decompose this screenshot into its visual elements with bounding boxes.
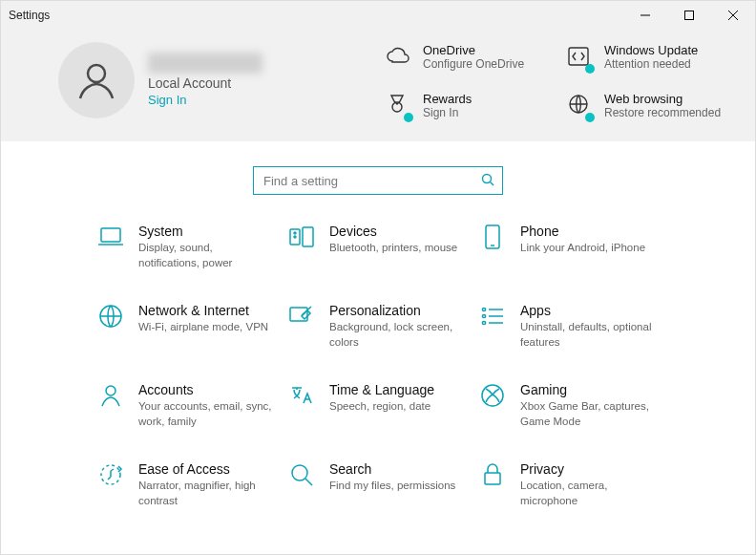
tile-sub: Attention needed xyxy=(604,57,698,73)
tile-title: Rewards xyxy=(423,92,472,106)
category-time-language[interactable]: Time & Language Speech, region, date xyxy=(287,382,469,429)
category-sub: Your accounts, email, sync, work, family xyxy=(138,399,274,429)
maximize-button[interactable] xyxy=(667,1,711,30)
category-phone[interactable]: Phone Link your Android, iPhone xyxy=(478,224,660,270)
avatar xyxy=(58,42,135,118)
account-type: Local Account xyxy=(148,75,262,91)
svg-point-22 xyxy=(482,314,485,317)
phone-icon xyxy=(484,224,501,253)
category-grid: System Display, sound, notifications, po… xyxy=(1,224,755,527)
tile-onedrive[interactable]: OneDrive Configure OneDrive xyxy=(383,43,555,73)
category-title: Accounts xyxy=(138,382,274,397)
search-box[interactable] xyxy=(253,166,503,195)
user-block: Local Account Sign In xyxy=(58,39,364,120)
user-info: Local Account Sign In xyxy=(148,53,262,107)
tile-title: OneDrive xyxy=(423,43,524,57)
svg-point-24 xyxy=(482,321,485,324)
lock-icon xyxy=(482,462,503,490)
tile-sub: Restore recommended xyxy=(604,106,721,121)
category-title: Phone xyxy=(520,224,645,239)
tile-title: Windows Update xyxy=(604,43,698,57)
paintbrush-icon xyxy=(288,305,315,331)
category-sub: Xbox Game Bar, captures, Game Mode xyxy=(520,399,656,429)
category-title: Gaming xyxy=(520,382,656,397)
category-devices[interactable]: Devices Bluetooth, printers, mouse xyxy=(287,224,469,270)
laptop-icon xyxy=(97,225,124,251)
xbox-icon xyxy=(480,383,505,411)
svg-line-9 xyxy=(491,181,494,185)
category-apps[interactable]: Apps Uninstall, defaults, optional featu… xyxy=(478,303,660,350)
person-icon xyxy=(99,383,122,411)
magnifier-icon xyxy=(289,462,314,490)
svg-rect-1 xyxy=(685,11,694,20)
tile-sub: Configure OneDrive xyxy=(423,57,524,73)
category-title: Apps xyxy=(520,303,656,318)
svg-rect-13 xyxy=(303,227,313,246)
category-title: Search xyxy=(329,461,455,477)
window-title: Settings xyxy=(9,9,50,22)
minimize-button[interactable] xyxy=(623,1,667,30)
category-title: Devices xyxy=(329,224,457,239)
category-sub: Background, lock screen, colors xyxy=(329,320,465,350)
accessibility-icon xyxy=(97,462,124,490)
tile-windows-update[interactable]: Windows Update Attention needed xyxy=(564,43,736,73)
globe-icon xyxy=(98,304,123,331)
category-system[interactable]: System Display, sound, notifications, po… xyxy=(96,224,278,270)
signin-link[interactable]: Sign In xyxy=(148,93,262,107)
category-sub: Bluetooth, printers, mouse xyxy=(329,241,457,256)
svg-line-30 xyxy=(305,479,312,485)
svg-point-15 xyxy=(294,236,296,238)
category-sub: Narrator, magnifier, high contrast xyxy=(138,479,274,508)
category-sub: Location, camera, microphone xyxy=(520,479,656,508)
svg-point-26 xyxy=(106,386,116,395)
category-title: Personalization xyxy=(329,303,465,318)
svg-point-29 xyxy=(292,465,307,480)
svg-point-20 xyxy=(482,308,485,310)
category-sub: Uninstall, defaults, optional features xyxy=(520,320,656,350)
category-title: Ease of Access xyxy=(138,461,274,477)
search-wrap xyxy=(1,141,755,224)
category-privacy[interactable]: Privacy Location, camera, microphone xyxy=(478,461,660,508)
titlebar: Settings xyxy=(1,1,755,30)
category-accounts[interactable]: Accounts Your accounts, email, sync, wor… xyxy=(96,382,278,429)
category-sub: Speech, region, date xyxy=(329,399,434,415)
svg-point-8 xyxy=(483,174,492,182)
category-title: Network & Internet xyxy=(138,303,268,318)
category-sub: Wi-Fi, airplane mode, VPN xyxy=(138,320,268,335)
devices-icon xyxy=(288,225,315,251)
attention-badge xyxy=(585,113,595,122)
search-input[interactable] xyxy=(262,173,481,189)
search-icon xyxy=(481,173,494,189)
header-tiles: OneDrive Configure OneDrive Windows Upda… xyxy=(383,39,736,120)
close-button[interactable] xyxy=(711,1,755,30)
category-ease-of-access[interactable]: Ease of Access Narrator, magnifier, high… xyxy=(96,461,278,508)
svg-rect-10 xyxy=(101,228,120,242)
attention-badge xyxy=(585,64,595,74)
category-personalization[interactable]: Personalization Background, lock screen,… xyxy=(287,303,469,350)
category-search[interactable]: Search Find my files, permissions xyxy=(287,461,469,508)
tile-web-browsing[interactable]: Web browsing Restore recommended xyxy=(564,92,736,121)
language-icon xyxy=(288,384,315,410)
svg-rect-5 xyxy=(569,48,588,65)
list-icon xyxy=(480,306,505,330)
category-sub: Display, sound, notifications, power xyxy=(138,241,274,270)
cloud-icon xyxy=(385,47,410,69)
svg-rect-31 xyxy=(485,473,500,484)
user-name-redacted xyxy=(148,53,262,74)
category-network[interactable]: Network & Internet Wi-Fi, airplane mode,… xyxy=(96,303,278,350)
category-sub: Link your Android, iPhone xyxy=(520,241,645,256)
category-title: Privacy xyxy=(520,461,656,477)
header-panel: Local Account Sign In OneDrive Configure… xyxy=(1,30,755,141)
tile-title: Web browsing xyxy=(604,92,721,106)
attention-badge xyxy=(404,113,413,122)
category-title: Time & Language xyxy=(329,382,434,397)
category-sub: Find my files, permissions xyxy=(329,479,455,494)
window-buttons xyxy=(623,1,755,30)
svg-point-14 xyxy=(294,232,296,234)
category-title: System xyxy=(138,224,274,239)
category-gaming[interactable]: Gaming Xbox Game Bar, captures, Game Mod… xyxy=(478,382,660,429)
tile-sub: Sign In xyxy=(423,106,472,121)
tile-rewards[interactable]: Rewards Sign In xyxy=(383,92,555,121)
svg-point-4 xyxy=(88,65,105,82)
